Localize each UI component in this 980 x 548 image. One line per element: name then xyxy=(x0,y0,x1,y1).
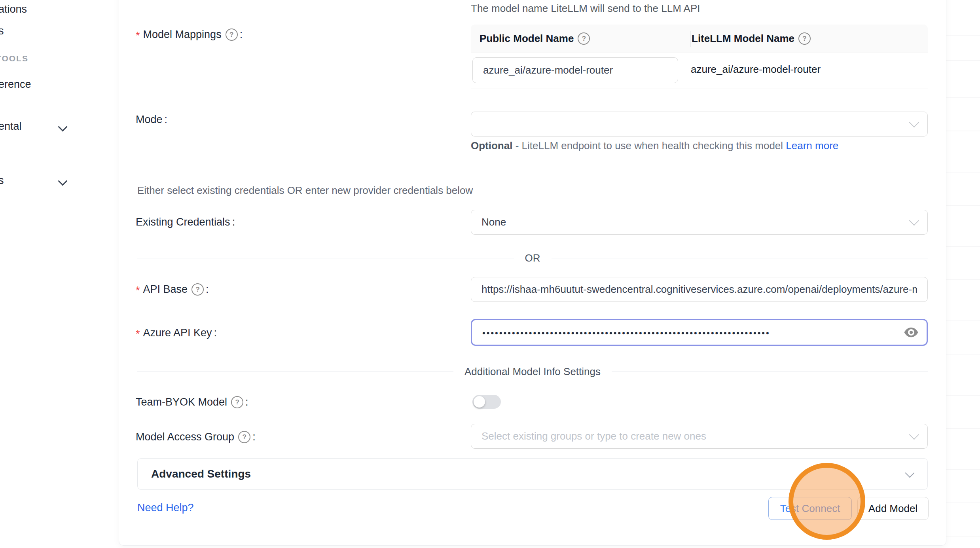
public-model-name-input[interactable] xyxy=(472,57,678,83)
existing-credentials-label: Existing Credentials : xyxy=(136,216,235,228)
sidebar-section-tools: TOOLS xyxy=(0,54,28,63)
add-model-page: ations s TOOLS erence ental s The model … xyxy=(0,0,980,548)
table-row-border xyxy=(471,89,928,89)
chevron-down-icon xyxy=(909,215,919,225)
model-access-group-select[interactable]: Select existing groups or type to create… xyxy=(471,424,928,449)
column-header-public-model-name: Public Model Name ? xyxy=(480,25,590,53)
learn-more-link[interactable]: Learn more xyxy=(786,140,838,152)
chevron-down-icon[interactable] xyxy=(58,176,67,186)
required-asterisk: * xyxy=(136,328,140,340)
need-help-link[interactable]: Need Help? xyxy=(137,502,194,514)
sidebar-item-ental[interactable]: ental xyxy=(0,120,22,133)
toggle-knob xyxy=(474,396,485,408)
required-asterisk: * xyxy=(136,30,140,42)
test-connect-button[interactable]: Test Connect xyxy=(768,497,852,520)
chevron-down-icon xyxy=(909,429,919,439)
litellm-model-name-value: azure_ai/azure-model-router xyxy=(691,63,821,76)
azure-api-key-label: * Azure API Key : xyxy=(136,327,217,339)
chevron-down-icon[interactable] xyxy=(58,122,67,131)
mode-label: Mode : xyxy=(136,114,167,126)
api-base-input[interactable] xyxy=(471,277,928,302)
model-access-group-label: Model Access Group ? : xyxy=(136,431,256,443)
help-icon[interactable]: ? xyxy=(191,283,204,296)
team-byok-toggle[interactable] xyxy=(472,395,501,409)
team-byok-label: Team-BYOK Model ? : xyxy=(136,396,248,408)
help-icon[interactable]: ? xyxy=(226,28,238,41)
model-mappings-label: * Model Mappings ? : xyxy=(136,28,243,41)
help-icon[interactable]: ? xyxy=(238,431,250,443)
advanced-settings-title: Advanced Settings xyxy=(151,468,251,480)
sidebar-item-s1[interactable]: s xyxy=(0,25,4,37)
existing-credentials-select[interactable]: None xyxy=(471,210,928,235)
sidebar-item-ations[interactable]: ations xyxy=(0,3,27,15)
api-base-label: * API Base ? : xyxy=(136,283,209,296)
mode-select[interactable] xyxy=(471,112,928,137)
add-model-button[interactable]: Add Model xyxy=(857,497,929,520)
column-header-litellm-model-name: LiteLLM Model Name ? xyxy=(692,25,811,53)
mode-helper-text: Optional - LiteLLM endpoint to use when … xyxy=(471,138,878,154)
credentials-note: Either select existing credentials OR en… xyxy=(137,184,473,197)
api-base-input-field[interactable] xyxy=(481,283,917,296)
sidebar-item-s2[interactable]: s xyxy=(0,174,4,187)
or-divider: OR xyxy=(137,252,928,264)
chevron-down-icon xyxy=(905,468,914,478)
azure-api-key-input[interactable]: ••••••••••••••••••••••••••••••••••••••••… xyxy=(471,319,928,346)
eye-icon[interactable] xyxy=(903,324,919,341)
advanced-settings-panel[interactable]: Advanced Settings xyxy=(137,458,928,490)
help-icon[interactable]: ? xyxy=(231,396,243,408)
masked-api-key: ••••••••••••••••••••••••••••••••••••••••… xyxy=(482,328,770,338)
chevron-down-icon xyxy=(909,117,919,127)
model-name-hint: The model name LiteLLM will send to the … xyxy=(471,2,700,15)
public-model-name-input-field[interactable] xyxy=(483,64,667,76)
required-asterisk: * xyxy=(136,284,140,297)
column-separator xyxy=(690,31,691,47)
model-mappings-table-header: Public Model Name ? LiteLLM Model Name ? xyxy=(471,25,928,53)
model-access-group-placeholder: Select existing groups or type to create… xyxy=(481,430,706,442)
help-icon[interactable]: ? xyxy=(798,32,811,45)
sidebar-item-erence[interactable]: erence xyxy=(0,78,31,91)
additional-settings-divider: Additional Model Info Settings xyxy=(137,366,928,378)
help-icon[interactable]: ? xyxy=(578,32,590,45)
